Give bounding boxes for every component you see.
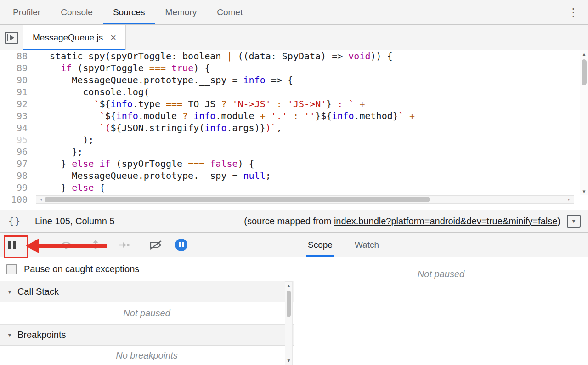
- code-text[interactable]: };: [36, 146, 588, 158]
- code-text[interactable]: `(${JSON.stringify(info.args)})`,: [36, 122, 588, 134]
- line-number[interactable]: 88: [0, 50, 36, 62]
- code-token: info: [332, 110, 354, 121]
- scroll-up-icon[interactable]: ▲: [580, 51, 588, 57]
- pause-on-exceptions-button[interactable]: [175, 239, 187, 251]
- debugger-sections: ▼Call StackNot paused▼BreakpointsNo brea…: [0, 281, 294, 365]
- code-token: .method: [354, 110, 392, 121]
- section-header-breakpoints[interactable]: ▼Breakpoints: [0, 325, 294, 346]
- code-token: [94, 158, 99, 169]
- annotation-highlight-rect: [4, 235, 28, 258]
- line-number[interactable]: 90: [0, 74, 36, 86]
- step-button[interactable]: [115, 236, 133, 254]
- line-number[interactable]: 91: [0, 86, 36, 98]
- code-token: .type: [133, 98, 166, 109]
- line-number[interactable]: 96: [0, 146, 36, 158]
- code-text[interactable]: `${info.type === TO_JS ? 'N->JS' : 'JS->…: [36, 98, 588, 110]
- code-token: ) {: [238, 158, 254, 169]
- code-line-100: 100 ◄ ►: [0, 194, 588, 205]
- line-number[interactable]: 93: [0, 110, 36, 122]
- sidebar-scroll-thumb[interactable]: [287, 291, 291, 317]
- pause-on-exceptions-icon: [179, 242, 181, 247]
- code-token: ${: [111, 122, 122, 133]
- line-number[interactable]: 97: [0, 158, 36, 170]
- vertical-scroll-thumb[interactable]: [582, 59, 587, 85]
- pause-on-caught-checkbox[interactable]: [6, 264, 17, 274]
- code-line-97: 97 } else if (spyOrToggle === false) {: [0, 158, 588, 170]
- show-drawer-icon[interactable]: ▼: [567, 215, 581, 228]
- code-editor: 88 static spy(spyOrToggle: boolean | ((d…: [0, 50, 588, 210]
- code-text[interactable]: );: [36, 134, 588, 146]
- file-tab-messagequeue[interactable]: MessageQueue.js ×: [23, 25, 126, 50]
- code-token: ((data: SpyData) =>: [232, 51, 348, 62]
- code-token: if: [61, 63, 72, 74]
- code-text[interactable]: } else {: [36, 182, 588, 194]
- code-line-92: 92 `${info.type === TO_JS ? 'N->JS' : 'J…: [0, 98, 588, 110]
- main-panel-tabs: ProfilerConsoleSourcesMemoryComet: [3, 0, 253, 24]
- line-number[interactable]: 98: [0, 170, 36, 182]
- code-token: : `: [332, 98, 354, 109]
- code-token: [39, 63, 61, 74]
- line-number[interactable]: 92: [0, 98, 36, 110]
- scroll-down-icon[interactable]: ▼: [580, 189, 588, 194]
- code-line-88: 88 static spy(spyOrToggle: boolean | ((d…: [0, 50, 588, 62]
- code-token: true: [171, 63, 193, 74]
- section-header-call-stack[interactable]: ▼Call Stack: [0, 281, 294, 302]
- pretty-print-icon[interactable]: {}: [8, 216, 21, 227]
- scope-watch-tabs: ScopeWatch: [294, 233, 390, 257]
- tab-scope[interactable]: Scope: [306, 233, 334, 257]
- code-text[interactable]: if (spyOrToggle === true) {: [36, 62, 588, 74]
- code-text[interactable]: MessageQueue.prototype.__spy = info => {: [36, 74, 588, 86]
- code-line-96: 96 };: [0, 146, 588, 158]
- code-token: ?: [221, 98, 226, 109]
- source-mapped-link[interactable]: index.bundle?platform=android&dev=true&m…: [334, 216, 557, 226]
- code-token: }: [260, 122, 266, 133]
- scroll-up-icon[interactable]: ▲: [285, 283, 292, 288]
- horizontal-scroll-thumb[interactable]: [45, 197, 430, 202]
- pause-on-caught-label[interactable]: Pause on caught exceptions: [24, 264, 139, 274]
- code-token: ===: [188, 158, 204, 169]
- show-navigator-button[interactable]: [0, 25, 23, 50]
- code-text[interactable]: console.log(: [36, 86, 588, 98]
- horizontal-scroll-track[interactable]: [45, 196, 565, 203]
- line-number[interactable]: 99: [0, 182, 36, 194]
- scroll-down-icon[interactable]: ▼: [285, 358, 292, 363]
- code-text[interactable]: MessageQueue.prototype.__spy = null;: [36, 170, 588, 182]
- code-token: `: [398, 110, 404, 121]
- code-token: [354, 98, 359, 109]
- horizontal-scrollbar[interactable]: ◄ ►: [36, 195, 574, 204]
- tab-profiler[interactable]: Profiler: [3, 0, 51, 24]
- code-token: if: [99, 158, 110, 169]
- line-number[interactable]: 94: [0, 122, 36, 134]
- more-options-icon[interactable]: ⋮: [568, 7, 579, 18]
- code-token: [299, 110, 304, 121]
- annotation-arrow-shaft: [38, 244, 107, 248]
- code-text[interactable]: static spy(spyOrToggle: boolean | ((data…: [36, 50, 588, 62]
- tab-comet[interactable]: Comet: [207, 0, 253, 24]
- sidebar-scrollbar[interactable]: ▲ ▼: [285, 281, 293, 365]
- code-token: }: [393, 110, 398, 121]
- tab-memory[interactable]: Memory: [155, 0, 207, 24]
- code-token: [266, 110, 271, 121]
- code-token: [404, 110, 409, 121]
- tab-watch[interactable]: Watch: [353, 233, 381, 257]
- tab-console[interactable]: Console: [51, 0, 103, 24]
- close-icon[interactable]: ×: [110, 33, 116, 43]
- scroll-right-icon[interactable]: ►: [565, 196, 574, 203]
- vertical-scrollbar[interactable]: ▲ ▼: [580, 50, 588, 195]
- tab-sources[interactable]: Sources: [103, 0, 155, 24]
- deactivate-breakpoints-button[interactable]: [147, 236, 165, 254]
- code-text[interactable]: } else if (spyOrToggle === false) {: [36, 158, 588, 170]
- scroll-left-icon[interactable]: ◄: [36, 196, 45, 203]
- code-token: +: [409, 110, 415, 121]
- code-token: ) {: [193, 63, 210, 74]
- code-line-98: 98 MessageQueue.prototype.__spy = null;: [0, 170, 588, 182]
- line-number[interactable]: 100: [0, 194, 36, 205]
- line-number[interactable]: 95: [0, 134, 36, 146]
- editor-status-bar: {} Line 105, Column 5 (source mapped fro…: [0, 210, 588, 233]
- code-token: )) {: [371, 51, 393, 62]
- scope-empty-message: Not paused: [294, 269, 588, 279]
- line-number[interactable]: 89: [0, 62, 36, 74]
- code-text[interactable]: `${info.module ? info.module + '.' : ''}…: [36, 110, 588, 122]
- code-lines: 88 static spy(spyOrToggle: boolean | ((d…: [0, 50, 588, 194]
- code-token: .module: [215, 110, 260, 121]
